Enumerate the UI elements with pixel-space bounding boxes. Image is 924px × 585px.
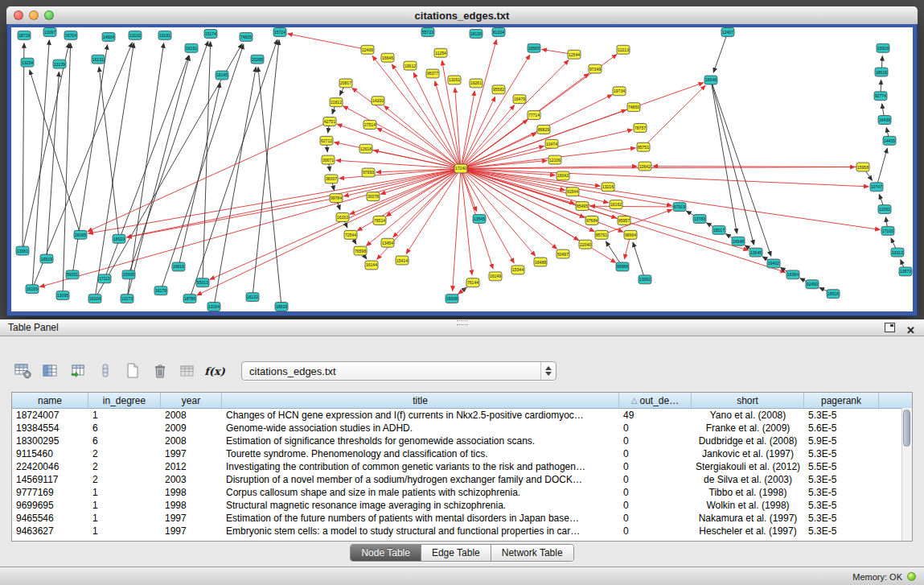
graph-node[interactable]: 16179 (154, 286, 167, 295)
graph-node[interactable]: 12544 (568, 50, 581, 59)
cell-out_degree[interactable]: 0 (619, 447, 692, 460)
close-window-button[interactable] (14, 10, 23, 20)
graph-node[interactable]: 18819 (275, 303, 288, 311)
graph-node[interactable]: 16132 (246, 293, 259, 302)
table-row[interactable]: 946554611997Estimation of the future num… (12, 512, 912, 525)
cell-year[interactable]: 2012 (161, 460, 222, 473)
cell-out_degree[interactable]: 0 (619, 435, 692, 447)
graph-node[interactable]: 21812 (330, 98, 343, 107)
column-header-name[interactable]: name (12, 393, 88, 408)
graph-node[interactable]: 10474 (545, 139, 558, 148)
graph-node[interactable]: 16149 (489, 272, 502, 281)
graph-node[interactable]: 13645 (749, 248, 762, 257)
table-row[interactable]: 1456911722003Disruption of a novel membe… (12, 473, 912, 486)
show-columns-icon[interactable] (40, 360, 61, 381)
graph-node[interactable]: 85791 (595, 230, 608, 239)
column-header-pagerank[interactable]: pagerank (804, 393, 879, 408)
panel-resize-grip[interactable] (457, 320, 468, 325)
graph-node[interactable]: 76514 (373, 216, 386, 225)
cell-short[interactable]: Stergiakouli et al. (2012) (692, 460, 804, 473)
cell-short[interactable]: Tibbo et al. (1998) (692, 486, 804, 499)
graph-node[interactable]: 96377 (426, 69, 439, 78)
cell-in_degree[interactable]: 1 (88, 499, 161, 512)
cell-short[interactable]: de Silva et al. (2003) (692, 473, 804, 486)
graph-node[interactable]: 13254 (21, 58, 34, 67)
cell-title[interactable]: Structural magnetic resonance image aver… (222, 499, 619, 512)
graph-node[interactable]: 13873 (899, 267, 912, 276)
cell-in_degree[interactable]: 1 (88, 486, 161, 499)
zoom-window-button[interactable] (44, 10, 54, 20)
graph-node[interactable]: 50497 (556, 249, 569, 258)
graph-node[interactable]: 16646 (381, 53, 394, 62)
column-header-title[interactable]: title (222, 393, 619, 408)
cell-title[interactable]: Estimation of significance thresholds fo… (222, 435, 619, 447)
table-row[interactable]: 1872400712008Changes of HCN gene express… (12, 409, 912, 422)
graph-node[interactable]: 16104 (88, 295, 101, 303)
cell-title[interactable]: Changes of HCN gene expression and I(f) … (222, 409, 619, 422)
cell-pagerank[interactable]: 5.3E-5 (804, 473, 879, 486)
graph-node[interactable]: 15017 (713, 225, 725, 234)
cell-in_degree[interactable]: 2 (88, 473, 161, 486)
graph-node[interactable]: 16488 (534, 257, 547, 266)
cell-name[interactable]: 9465546 (12, 512, 88, 525)
cell-pagerank[interactable]: 5.9E-5 (804, 435, 879, 447)
cell-in_degree[interactable]: 6 (88, 422, 161, 435)
table-vertical-scrollbar[interactable] (901, 408, 912, 541)
graph-node[interactable]: 76598 (354, 246, 367, 255)
float-panel-icon[interactable] (885, 323, 895, 332)
graph-node[interactable]: 26065 (74, 230, 87, 239)
graph-node[interactable]: 18929 (113, 234, 125, 243)
cell-title[interactable]: Embryonic stem cells: a model to study s… (222, 525, 619, 538)
cell-year[interactable]: 2008 (161, 409, 222, 422)
graph-node[interactable]: 13261 (448, 76, 461, 84)
graph-node[interactable]: 76144 (466, 278, 479, 287)
graph-node[interactable]: 16145 (216, 71, 228, 80)
cell-name[interactable]: 18724007 (12, 409, 88, 422)
cell-title[interactable]: Investigating the contribution of common… (222, 460, 619, 473)
graph-node[interactable]: 13102 (129, 31, 142, 39)
graph-node[interactable]: 18616 (875, 68, 888, 76)
cell-title[interactable]: Tourette syndrome. Phenomenology and cla… (222, 447, 619, 460)
cell-year[interactable]: 1997 (161, 447, 222, 460)
graph-node[interactable]: 12618 (359, 144, 372, 153)
graph-node[interactable]: 96988 (616, 262, 629, 271)
table-row[interactable]: 2242004622012Investigating the contribut… (12, 460, 912, 473)
import-table-icon[interactable] (68, 360, 88, 381)
table-row[interactable]: 946362711997Embryonic stem cells: a mode… (12, 525, 912, 538)
graph-node[interactable]: 72544 (344, 230, 357, 239)
graph-node[interactable]: 15918 (877, 43, 889, 52)
table-row[interactable]: 977716911998Corpus callosum shape and si… (12, 486, 912, 499)
tab-edge-table[interactable]: Edge Table (421, 545, 491, 561)
graph-node[interactable]: 95582 (492, 85, 505, 94)
scrollbar-thumb[interactable] (903, 410, 910, 447)
graph-node[interactable]: 10747 (870, 183, 883, 192)
cell-name[interactable]: 19384554 (12, 422, 88, 435)
cell-year[interactable]: 2009 (161, 422, 222, 435)
cell-short[interactable]: Wolkin et al. (1998) (692, 499, 804, 512)
import-table-disabled-icon[interactable] (177, 360, 198, 381)
cell-pagerank[interactable]: 5.5E-5 (804, 460, 879, 473)
tab-network-table[interactable]: Network Table (491, 545, 573, 561)
cell-pagerank[interactable]: 5.3E-5 (804, 512, 879, 525)
graph-node[interactable]: 16516 (827, 290, 840, 299)
function-builder-icon[interactable] (204, 360, 225, 381)
graph-node[interactable]: 16313 (891, 248, 904, 257)
cell-short[interactable]: Jankovic et al. (1997) (692, 447, 804, 460)
graph-node[interactable]: 22406 (361, 45, 374, 54)
cell-out_degree[interactable]: 0 (619, 460, 692, 473)
graph-node[interactable]: 15958 (856, 163, 869, 171)
graph-node[interactable]: 19402 (767, 259, 780, 268)
graph-node[interactable]: 85751 (637, 142, 650, 151)
graph-node[interactable]: 19181 (158, 31, 171, 39)
table-row[interactable]: 1830029562008Estimation of significance … (12, 435, 912, 447)
cell-title[interactable]: Estimation of the future numbers of pati… (222, 512, 619, 525)
cell-year[interactable]: 1998 (161, 499, 222, 512)
window-titlebar[interactable]: citations_edges.txt (6, 6, 918, 25)
graph-node[interactable]: 62712 (320, 136, 333, 145)
cell-out_degree[interactable]: 0 (619, 525, 692, 538)
cell-short[interactable]: Franke et al. (2009) (692, 422, 804, 435)
graph-node[interactable]: 74835 (240, 32, 253, 41)
graph-node[interactable]: 13783 (693, 215, 706, 224)
graph-node[interactable]: 13545 (473, 215, 486, 224)
graph-node[interactable]: 16169 (26, 285, 39, 294)
